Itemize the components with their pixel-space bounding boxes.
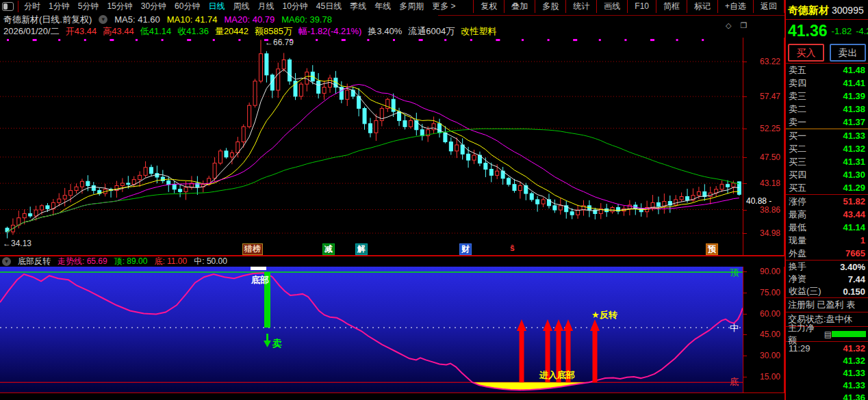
order-book-row-卖三[interactable]: 卖三41.39 [786,90,868,103]
time-and-sales[interactable]: 11:2941.3241.3241.3341.3341.36 [786,342,868,400]
bottom-reversal-indicator-chart[interactable]: 底部卖进入底部★反转顶中底 [0,267,743,392]
menu-item-4[interactable]: 30分钟 [137,0,170,13]
axis-label: 75.00 [760,288,780,297]
axis-label: 52.25 [760,124,780,133]
menu-item-1[interactable]: 1分钟 [44,0,74,13]
axis-label: 63.22 [760,57,780,66]
event-badge-减[interactable]: 减 [322,243,335,255]
menu-item-9[interactable]: 10分钟 [278,0,311,13]
tool-item-7[interactable]: 标记 [687,0,717,13]
price-axis: 63.2257.4752.2547.5043.1838.8634.9840.88… [743,38,784,255]
ratios-block: 换手3.40%净资7.44收益(三)0.150 [786,261,868,298]
event-badge-解[interactable]: 解 [355,243,368,255]
event-badge-预[interactable]: 预 [706,243,718,255]
tool-item-1[interactable]: 叠加 [504,0,535,13]
main-candlestick-chart[interactable]: ←66.79←34.13 猎榜减解财ŝ预 [0,38,743,255]
svg-text:底部: 底部 [251,275,269,285]
stat-row-现量: 现量1 [786,234,868,247]
menu-item-3[interactable]: 15分钟 [103,0,136,13]
svg-text:中: 中 [730,323,739,333]
tool-item-9[interactable]: 返回 [753,0,784,13]
tool-item-4[interactable]: 画线 [596,0,627,13]
menu-item-0[interactable]: 分时 [20,0,44,13]
info-range: 幅-1.82(-4.21%) [298,25,361,38]
stat-row-最高: 最高43.44 [786,208,868,221]
axis-tick [743,271,747,272]
registration-status: 注册制 已盈利 表 [786,298,868,312]
menu-item-12[interactable]: 年线 [370,0,395,13]
menu-item-5[interactable]: 60分钟 [170,0,204,13]
tool-item-2[interactable]: 多股 [535,0,565,13]
buy-button[interactable]: 买入 [788,44,824,62]
menu-item-2[interactable]: 5分钟 [74,0,103,13]
indicator-bottom-value: 底: 11.00 [154,256,187,267]
flow-bar [832,331,866,337]
order-book-row-买五[interactable]: 买五41.29 [786,181,868,194]
quote-panel: 奇德新材 300995 41.36 -1.82 -4.2 买入 卖出 卖五41.… [784,0,868,400]
event-badge-财[interactable]: 财 [459,243,472,255]
menu-item-14[interactable]: 更多 > [428,0,459,13]
tool-item-3[interactable]: 统计 [565,0,596,13]
tool-item-0[interactable]: 复权 [473,0,504,13]
order-book-row-卖一[interactable]: 卖一41.37 [786,116,868,129]
chart-corner-icons[interactable]: ◇ ❐ [726,21,750,30]
info-float: 流通6004万 [408,25,455,38]
order-book: 卖五41.48卖四41.41卖三41.39卖二41.38卖一41.37买一41.… [786,63,868,195]
quote-info-row: 2026/01/20/二 开43.44 高43.44 低41.14 收41.36… [3,26,496,37]
indicator-header: ▾ 底部反转 走势线: 65.69 顶: 89.00 底: 11.00 中: 5… [0,256,745,267]
menu-item-13[interactable]: 多周期 [395,0,428,13]
tools-menu: 复权叠加多股统计画线F10简框标记+自选返回 [473,0,784,13]
collapse-icon[interactable]: ▾ [2,257,11,266]
axis-tick [743,183,747,184]
tool-item-5[interactable]: F10 [627,0,656,13]
stock-header: 奇德新材 300995 [786,0,868,20]
order-book-row-买一[interactable]: 买一41.33 [786,129,868,142]
tape-row-4: 41.36 [786,391,868,400]
order-book-row-买三[interactable]: 买三41.31 [786,155,868,168]
stat-row-外盘: 外盘7665 [786,247,868,260]
info-industry[interactable]: 改性塑料 [461,25,496,38]
tape-row-0: 11:2941.32 [786,342,868,354]
info-low: 低41.14 [140,25,172,38]
axis-tick [743,210,747,211]
sell-button[interactable]: 卖出 [830,44,866,62]
menu-item-11[interactable]: 季线 [346,0,370,13]
order-book-row-买四[interactable]: 买四41.30 [786,168,868,181]
axis-tick [743,356,747,356]
info-amount: 额8585万 [255,25,292,38]
axis-label: 38.86 [760,205,780,215]
menu-item-10[interactable]: 45日线 [312,0,346,13]
chart-title: 奇德新材(日线.前复权) [3,14,92,26]
menu-item-8[interactable]: 月线 [253,0,278,13]
stock-code: 300995 [832,5,864,16]
toolbar-divider [18,1,18,12]
period-toolbar: 分时1分钟5分钟15分钟30分钟60分钟日线周线月线10分钟45日线季线年线多周… [0,0,784,13]
price-row: 41.36 -1.82 -4.2 [786,20,868,42]
main-capital-flow-row[interactable]: 主力净额 ▤ [786,327,868,342]
tool-item-8[interactable]: +自选 [717,0,753,13]
event-badge-猎榜[interactable]: 猎榜 [242,243,263,255]
period-menu: 分时1分钟5分钟15分钟30分钟60分钟日线周线月线10分钟45日线季线年线多周… [20,0,460,13]
order-book-row-卖五[interactable]: 卖五41.48 [786,64,868,77]
ma10-value: MA10: 41.74 [167,14,218,25]
order-book-row-买二[interactable]: 买二41.32 [786,142,868,155]
axis-tick [743,96,747,97]
price-change: -1.82 [832,26,852,36]
indicator-name[interactable]: 底部反转 [18,256,51,267]
axis-tick [743,62,747,62]
menu-item-7[interactable]: 周线 [229,0,253,13]
info-turnover: 换3.40% [368,25,402,38]
info-open: 开43.44 [66,25,97,38]
tool-item-6[interactable]: 简框 [656,0,687,13]
indicator-top-value: 顶: 89.00 [114,256,148,267]
menu-item-6[interactable]: 日线 [204,0,229,13]
order-book-row-卖二[interactable]: 卖二41.38 [786,103,868,116]
ratio-row-净资: 净资7.44 [786,273,868,285]
chevron-down-icon[interactable]: ▾ [99,15,107,24]
event-badge-ŝ[interactable]: ŝ [509,243,516,254]
last-price: 41.36 [788,22,828,40]
axis-label: 90.00 [760,267,780,276]
layout-split-icon[interactable] [2,2,14,11]
order-book-row-卖四[interactable]: 卖四41.41 [786,77,868,90]
axis-tick [743,334,747,335]
